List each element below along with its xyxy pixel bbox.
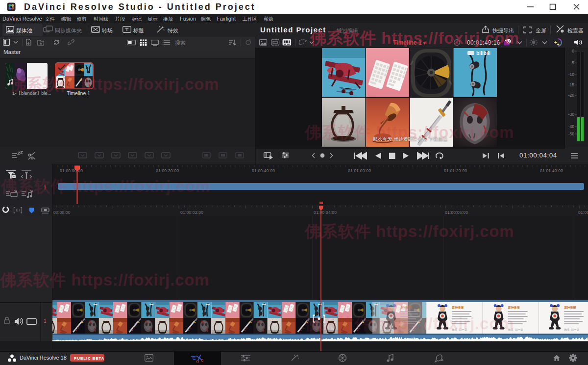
svg-text:0: 0 <box>572 49 574 53</box>
svg-text:梅塔--以一龙: 梅塔--以一龙 <box>564 328 580 332</box>
svg-text:原神情报: 原神情报 <box>508 306 520 310</box>
svg-text:原神情报: 原神情报 <box>400 306 413 310</box>
svg-text:-30: -30 <box>568 112 575 117</box>
svg-text:原神情报: 原神情报 <box>564 306 576 310</box>
svg-text:-50: -50 <box>568 131 575 136</box>
svg-text:原神情报: 原神情报 <box>451 306 464 310</box>
svg-text:-10: -10 <box>568 72 575 77</box>
svg-text:-40: -40 <box>568 124 575 129</box>
svg-text:-5: -5 <box>570 60 574 65</box>
svg-text:-15: -15 <box>568 82 575 87</box>
svg-text:-20: -20 <box>568 93 575 98</box>
svg-text:bilibili: bilibili <box>476 51 490 56</box>
